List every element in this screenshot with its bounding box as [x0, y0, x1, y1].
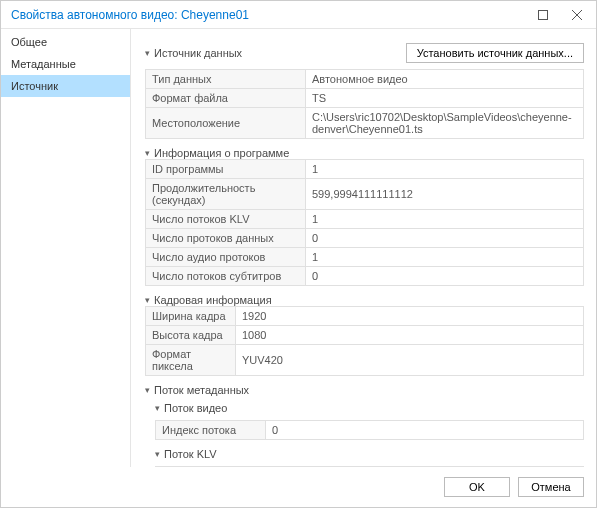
prop-key: Формат файла	[146, 89, 306, 108]
svg-rect-0	[539, 10, 548, 19]
table-row: Ширина кадра1920	[146, 307, 584, 326]
prop-value: 599,9994111111112	[306, 179, 584, 210]
section-toggle-data-source[interactable]: ▾ Источник данных	[145, 47, 242, 59]
prop-value: 1	[306, 160, 584, 179]
table-row: МестоположениеC:\Users\ric10702\Desktop\…	[146, 108, 584, 139]
prop-key: Высота кадра	[146, 326, 236, 345]
table-row: Формат пикселаYUV420	[146, 345, 584, 376]
table-row: ID программы1	[146, 160, 584, 179]
prop-key: Тип данных	[146, 70, 306, 89]
prop-key: Продолжительность (секундах)	[146, 179, 306, 210]
prop-value: 0	[306, 267, 584, 286]
prop-value: 0	[266, 421, 584, 440]
table-row: Продолжительность (секундах)599,99941111…	[146, 179, 584, 210]
section-title-text: Поток видео	[164, 402, 227, 414]
table-row: Число потоков KLV1	[146, 210, 584, 229]
prop-value: 1	[306, 210, 584, 229]
section-title-text: Источник данных	[154, 47, 242, 59]
prop-value: Автономное видео	[306, 70, 584, 89]
table-frame-info: Ширина кадра1920 Высота кадра1080 Формат…	[145, 306, 584, 376]
prop-key: Число аудио протоков	[146, 248, 306, 267]
table-row: Индекс потока0	[156, 421, 584, 440]
dialog-window: Свойства автономного видео: Cheyenne01 О…	[0, 0, 597, 508]
titlebar-controls	[526, 2, 594, 28]
prop-value: 1	[306, 248, 584, 267]
window-title: Свойства автономного видео: Cheyenne01	[11, 8, 249, 22]
table-program-info: ID программы1 Продолжительность (секунда…	[145, 159, 584, 286]
table-row: Число потоков субтитров0	[146, 267, 584, 286]
close-button[interactable]	[560, 2, 594, 28]
section-title-text: Поток KLV	[164, 448, 217, 460]
section-toggle-video-stream[interactable]: ▾ Поток видео	[155, 402, 584, 414]
prop-key: Число протоков данных	[146, 229, 306, 248]
table-data-source: Тип данныхАвтономное видео Формат файлаT…	[145, 69, 584, 139]
section-toggle-frame-info[interactable]: ▾ Кадровая информация	[145, 294, 584, 306]
section-title-text: Кадровая информация	[154, 294, 272, 306]
ok-button[interactable]: OK	[444, 477, 510, 497]
prop-key: Число потоков KLV	[146, 210, 306, 229]
tab-general[interactable]: Общее	[1, 31, 130, 53]
chevron-down-icon: ▾	[145, 48, 150, 58]
prop-key: ID программы	[146, 160, 306, 179]
prop-key: Индекс потока	[156, 421, 266, 440]
dialog-body: Общее Метаданные Источник ▾ Источник дан…	[1, 29, 596, 467]
section-toggle-program-info[interactable]: ▾ Информация о программе	[145, 147, 584, 159]
maximize-button[interactable]	[526, 2, 560, 28]
table-row: Тип данныхАвтономное видео	[146, 70, 584, 89]
section-toggle-metadata-stream[interactable]: ▾ Поток метаданных	[145, 384, 584, 396]
sidebar: Общее Метаданные Источник	[1, 29, 131, 467]
prop-key: Ширина кадра	[146, 307, 236, 326]
prop-value: 1080	[236, 326, 584, 345]
maximize-icon	[538, 10, 548, 20]
section-title-text: Информация о программе	[154, 147, 289, 159]
set-data-source-button[interactable]: Установить источник данных...	[406, 43, 584, 63]
titlebar: Свойства автономного видео: Cheyenne01	[1, 1, 596, 29]
table-row: Число аудио протоков1	[146, 248, 584, 267]
section-header-data-source: ▾ Источник данных Установить источник да…	[145, 43, 584, 63]
section-title-text: Поток метаданных	[154, 384, 249, 396]
prop-value: YUV420	[236, 345, 584, 376]
chevron-down-icon: ▾	[155, 449, 160, 459]
prop-value: 0	[306, 229, 584, 248]
prop-value: TS	[306, 89, 584, 108]
cancel-button[interactable]: Отмена	[518, 477, 584, 497]
prop-key: Число потоков субтитров	[146, 267, 306, 286]
table-video-stream: Индекс потока0	[155, 420, 584, 440]
chevron-down-icon: ▾	[155, 403, 160, 413]
tab-metadata[interactable]: Метаданные	[1, 53, 130, 75]
chevron-down-icon: ▾	[145, 148, 150, 158]
tab-source[interactable]: Источник	[1, 75, 130, 97]
table-row: Число протоков данных0	[146, 229, 584, 248]
chevron-down-icon: ▾	[145, 295, 150, 305]
table-row: Формат файлаTS	[146, 89, 584, 108]
prop-key: Формат пиксела	[146, 345, 236, 376]
dialog-footer: OK Отмена	[1, 467, 596, 507]
section-toggle-klv-stream[interactable]: ▾ Поток KLV	[155, 448, 584, 460]
main-content[interactable]: ▾ Источник данных Установить источник да…	[131, 29, 596, 467]
close-icon	[572, 10, 582, 20]
prop-value: C:\Users\ric10702\Desktop\SampleVideos\c…	[306, 108, 584, 139]
chevron-down-icon: ▾	[145, 385, 150, 395]
table-row: Высота кадра1080	[146, 326, 584, 345]
prop-key: Местоположение	[146, 108, 306, 139]
prop-value: 1920	[236, 307, 584, 326]
